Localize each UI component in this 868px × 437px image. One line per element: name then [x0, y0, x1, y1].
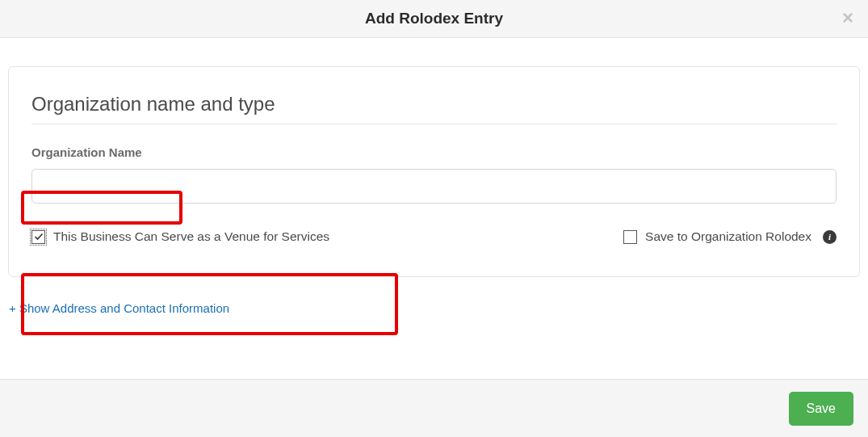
- info-icon[interactable]: i: [823, 230, 837, 244]
- save-rolodex-group: Save to Organization Rolodex i: [623, 229, 837, 244]
- save-button[interactable]: Save: [789, 392, 853, 426]
- checkmark-icon: [34, 232, 44, 242]
- save-rolodex-checkbox[interactable]: [623, 230, 637, 244]
- modal-title: Add Rolodex Entry: [365, 10, 503, 27]
- org-name-label: Organization Name: [31, 145, 837, 159]
- checkbox-row: This Business Can Serve as a Venue for S…: [31, 229, 837, 244]
- save-rolodex-label: Save to Organization Rolodex: [645, 229, 811, 244]
- org-name-input[interactable]: [31, 169, 837, 204]
- venue-checkbox-group: This Business Can Serve as a Venue for S…: [31, 229, 329, 244]
- venue-checkbox[interactable]: [31, 230, 45, 244]
- close-icon[interactable]: ×: [842, 8, 853, 27]
- form-card: Organization name and type Organization …: [8, 66, 860, 277]
- expand-contact-link[interactable]: + Show Address and Contact Information: [9, 301, 229, 315]
- modal-body[interactable]: Organization name and type Organization …: [0, 38, 868, 379]
- modal-header: Add Rolodex Entry ×: [0, 0, 868, 38]
- venue-checkbox-label: This Business Can Serve as a Venue for S…: [53, 229, 329, 244]
- modal-footer: Save: [0, 379, 868, 437]
- section-title: Organization name and type: [31, 93, 837, 124]
